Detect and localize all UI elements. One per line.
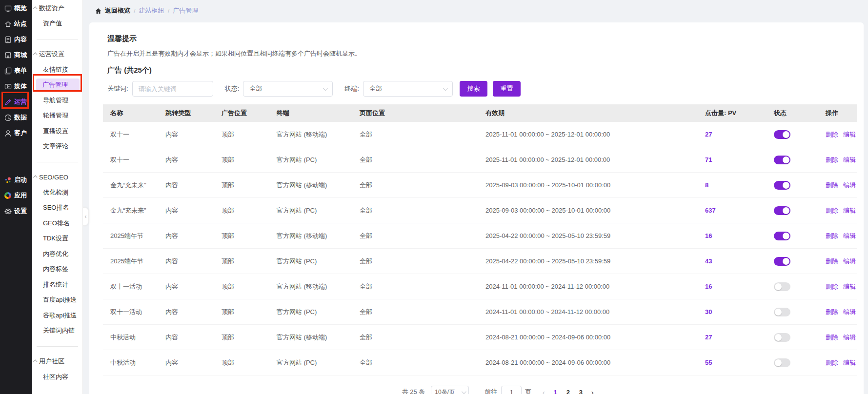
sidebar-item-operation[interactable]: 运营 [0, 94, 32, 110]
pv-count-link[interactable]: 8 [705, 181, 708, 189]
sidebar-item-launch[interactable]: 启动 [0, 172, 32, 188]
menu-item-geo-rank[interactable]: GEO排名 [32, 216, 82, 231]
goto-page-input[interactable] [501, 386, 522, 394]
menu-item-seo-rank[interactable]: SEO排名 [32, 200, 82, 216]
delete-link[interactable]: 删除 [826, 257, 838, 265]
edit-link[interactable]: 编辑 [843, 181, 856, 189]
sidebar-item-content[interactable]: 内容 [0, 32, 32, 47]
pv-count-link[interactable]: 27 [705, 334, 712, 341]
page-number-button[interactable]: 2 [562, 389, 574, 394]
edit-link[interactable]: 编辑 [843, 359, 856, 366]
status-toggle[interactable] [774, 130, 790, 139]
edit-link[interactable]: 编辑 [843, 257, 856, 265]
menu-item-carousel[interactable]: 轮播管理 [32, 108, 82, 123]
menu-item-content-tags[interactable]: 内容标签 [32, 261, 82, 277]
terminal-select[interactable]: 全部 [363, 81, 453, 97]
chevron-down-icon [443, 86, 448, 91]
primary-sidebar: 概览站点内容商城表单媒体运营数据客户 启动应用设置 [0, 0, 32, 394]
search-button[interactable]: 搜索 [460, 81, 487, 97]
sidebar-item-settings[interactable]: 设置 [0, 203, 32, 219]
pv-count-link[interactable]: 27 [705, 131, 712, 138]
status-select[interactable]: 全部 [243, 81, 333, 97]
menu-item-community-content[interactable]: 社区内容 [32, 369, 82, 385]
menu-item-keyword-links[interactable]: 关键词内链 [32, 323, 82, 338]
status-toggle[interactable] [774, 333, 790, 342]
page-size-select[interactable]: 10条/页 [431, 386, 469, 394]
menu-group-2[interactable]: SEO/GEO [32, 170, 82, 185]
status-toggle[interactable] [774, 308, 790, 316]
pv-count-link[interactable]: 16 [705, 283, 712, 290]
pv-count-link[interactable]: 637 [705, 207, 716, 214]
edit-link[interactable]: 编辑 [843, 156, 856, 163]
edit-link[interactable]: 编辑 [843, 283, 856, 290]
keyword-input[interactable] [132, 81, 213, 97]
breadcrumb-home-link[interactable]: 返回概览 [105, 6, 130, 15]
status-toggle[interactable] [774, 358, 790, 367]
sidebar-collapse-handle[interactable]: ‹ [83, 207, 89, 226]
sidebar-item-site[interactable]: 站点 [0, 16, 32, 32]
page-number-button[interactable]: 3 [574, 389, 587, 394]
delete-link[interactable]: 删除 [826, 232, 838, 239]
terminal-cell: 官方网站 (PC) [269, 156, 352, 164]
edit-link[interactable]: 编辑 [843, 334, 856, 341]
terminal-cell: 官方网站 (PC) [269, 257, 352, 266]
reset-button[interactable]: 重置 [493, 81, 521, 97]
status-toggle[interactable] [774, 206, 790, 215]
pv-count-link[interactable]: 43 [705, 257, 712, 265]
status-toggle[interactable] [774, 156, 790, 164]
edit-link[interactable]: 编辑 [843, 232, 856, 239]
pv-count-link[interactable]: 55 [705, 359, 712, 366]
delete-link[interactable]: 删除 [826, 308, 838, 315]
menu-group-0[interactable]: 数据资产 [32, 0, 82, 16]
delete-link[interactable]: 删除 [826, 359, 838, 366]
edit-link[interactable]: 编辑 [843, 131, 856, 138]
pv-count-link[interactable]: 30 [705, 308, 712, 315]
group-title: SEO/GEO [39, 174, 68, 181]
page-position-cell: 全部 [352, 308, 478, 316]
status-toggle[interactable] [774, 232, 790, 240]
breadcrumb-link[interactable]: 广告管理 [173, 6, 198, 15]
ad-position-cell: 顶部 [214, 130, 269, 139]
next-page-button[interactable]: › [587, 388, 598, 394]
menu-item-rank-stats[interactable]: 排名统计 [32, 277, 82, 293]
terminal-cell: 官方网站 (移动端) [269, 130, 352, 139]
status-toggle[interactable] [774, 181, 790, 190]
delete-link[interactable]: 删除 [826, 334, 838, 341]
delete-link[interactable]: 删除 [826, 283, 838, 290]
menu-item-tdk-settings[interactable]: TDK设置 [32, 231, 82, 246]
menu-item-ad-management[interactable]: 广告管理 [36, 79, 80, 91]
menu-item-google-api-push[interactable]: 谷歌api推送 [32, 308, 82, 323]
sidebar-item-apps[interactable]: 应用 [0, 188, 32, 203]
menu-item-live-settings[interactable]: 直播设置 [32, 123, 82, 139]
sidebar-item-form[interactable]: 表单 [0, 63, 32, 79]
sidebar-item-overview[interactable]: 概览 [0, 0, 32, 16]
sidebar-item-data[interactable]: 数据 [0, 110, 32, 125]
menu-item-nav-management[interactable]: 导航管理 [32, 93, 82, 108]
collapse-caret-icon [33, 359, 37, 363]
menu-item-content-opt[interactable]: 内容优化 [32, 246, 82, 262]
pv-count-link[interactable]: 16 [705, 232, 712, 239]
sidebar-item-customer[interactable]: 客户 [0, 125, 32, 141]
delete-link[interactable]: 删除 [826, 131, 838, 138]
delete-link[interactable]: 删除 [826, 181, 838, 189]
sidebar-item-media[interactable]: 媒体 [0, 79, 32, 94]
menu-item-baidu-api-push[interactable]: 百度api推送 [32, 292, 82, 308]
table-header-cell: 页面位置 [352, 109, 478, 118]
pv-count-link[interactable]: 71 [705, 156, 712, 163]
sidebar-item-mall[interactable]: 商城 [0, 47, 32, 63]
menu-item-friend-links[interactable]: 友情链接 [32, 62, 82, 78]
edit-link[interactable]: 编辑 [843, 207, 856, 214]
menu-item-optimize-check[interactable]: 优化检测 [32, 185, 82, 200]
edit-link[interactable]: 编辑 [843, 308, 856, 315]
status-toggle[interactable] [774, 257, 790, 266]
menu-item-asset-value[interactable]: 资产值 [32, 16, 82, 31]
breadcrumb-link[interactable]: 建站枢纽 [139, 6, 164, 15]
prev-page-button[interactable]: ‹ [538, 388, 549, 394]
status-toggle[interactable] [774, 282, 790, 291]
delete-link[interactable]: 删除 [826, 156, 838, 163]
menu-group-3[interactable]: 用户社区 [32, 354, 82, 369]
menu-item-article-comments[interactable]: 文章评论 [32, 138, 82, 154]
delete-link[interactable]: 删除 [826, 207, 838, 214]
page-number-button[interactable]: 1 [549, 389, 562, 394]
menu-group-1[interactable]: 运营设置 [32, 47, 82, 62]
